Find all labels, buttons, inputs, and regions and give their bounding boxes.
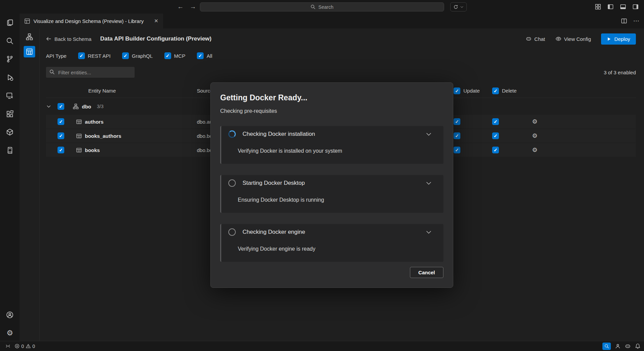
chevron-down-icon[interactable] xyxy=(426,131,432,137)
row-settings-gear-icon[interactable]: ⚙ xyxy=(532,119,537,125)
row-checkbox[interactable] xyxy=(58,118,64,125)
delete-checkbox[interactable] xyxy=(492,132,499,139)
back-to-schema-link[interactable]: Back to Schema xyxy=(46,36,91,42)
package-cube-icon[interactable] xyxy=(6,128,14,136)
step-description: Verifying Docker engine is ready xyxy=(238,246,435,252)
deploy-label: Deploy xyxy=(614,36,630,42)
deploy-button[interactable]: Deploy xyxy=(601,33,636,45)
table-icon xyxy=(76,147,82,153)
copilot-chat-icon xyxy=(526,36,532,42)
extensions-icon[interactable] xyxy=(6,110,14,118)
update-checkbox[interactable] xyxy=(454,147,460,153)
settings-gear-icon[interactable]: ⚙ xyxy=(6,329,13,337)
step-header[interactable]: Checking Docker installation xyxy=(228,130,435,138)
tab-label: Visualize and Design Schema (Preview) - … xyxy=(33,18,144,24)
step-header[interactable]: Checking Docker engine xyxy=(228,228,435,236)
group-count: 3/3 xyxy=(97,104,104,109)
pending-circle-icon xyxy=(228,228,236,236)
chat-button[interactable]: Chat xyxy=(526,36,545,42)
step-header[interactable]: Starting Docker Desktop xyxy=(228,179,435,187)
search-icon xyxy=(310,4,316,9)
search-view-icon[interactable] xyxy=(6,37,14,45)
entity-name: books xyxy=(85,147,100,153)
source-control-icon[interactable] xyxy=(6,55,14,63)
group-expand-chevron-icon[interactable] xyxy=(46,104,51,109)
remote-indicator[interactable] xyxy=(3,344,13,349)
all-label: All xyxy=(207,53,212,59)
split-editor-icon[interactable] xyxy=(621,18,627,24)
back-label: Back to Schema xyxy=(54,36,91,42)
layout-control-dropdown[interactable] xyxy=(450,2,467,11)
all-option: All xyxy=(197,52,212,59)
vscode-window: ← → Search xyxy=(0,0,644,351)
forward-nav-icon[interactable]: → xyxy=(190,3,196,10)
dab-config-tool[interactable] xyxy=(24,46,35,57)
notifications-bell-icon[interactable] xyxy=(635,343,641,349)
filter-entities-box xyxy=(46,67,135,78)
connections-disabled-icon[interactable] xyxy=(6,92,14,99)
tab-visualize-design-schema[interactable]: Visualize and Design Schema (Preview) - … xyxy=(20,14,163,28)
col-entity-name: Entity Name xyxy=(88,88,116,94)
tab-bar: Visualize and Design Schema (Preview) - … xyxy=(20,14,644,28)
search-command-center[interactable]: Search xyxy=(200,2,444,11)
view-config-button[interactable]: View Config xyxy=(555,36,591,42)
mcp-label: MCP xyxy=(174,53,185,59)
remote-icon xyxy=(5,344,10,349)
table-icon xyxy=(76,119,82,125)
step-card-docker-installation: Checking Docker installation Verifying D… xyxy=(220,126,443,164)
problems-indicator[interactable]: 0 0 xyxy=(13,344,37,349)
row-settings-gear-icon[interactable]: ⚙ xyxy=(532,133,537,139)
row-checkbox[interactable] xyxy=(58,147,64,153)
explorer-icon[interactable] xyxy=(6,19,14,26)
cancel-button[interactable]: Cancel xyxy=(410,267,443,278)
step-card-docker-desktop: Starting Docker Desktop Ensuring Docker … xyxy=(220,175,443,213)
mcp-checkbox[interactable] xyxy=(164,52,171,59)
update-all-checkbox[interactable] xyxy=(454,87,460,94)
step-description: Verifying Docker is installed on your sy… xyxy=(238,148,435,154)
more-actions-icon[interactable]: ⋯ xyxy=(633,17,639,25)
delete-checkbox[interactable] xyxy=(492,147,499,153)
update-checkbox[interactable] xyxy=(454,118,460,125)
back-nav-icon[interactable]: ← xyxy=(177,3,184,10)
row-checkbox[interactable] xyxy=(58,132,64,139)
account-icon[interactable] xyxy=(6,311,14,319)
graphql-checkbox[interactable] xyxy=(122,52,129,59)
run-debug-icon[interactable] xyxy=(6,74,14,81)
delete-all-checkbox[interactable] xyxy=(492,87,499,94)
chevron-down-icon[interactable] xyxy=(426,229,432,235)
pending-circle-icon xyxy=(228,179,236,187)
schema-designer-tool[interactable] xyxy=(24,31,35,43)
chat-label: Chat xyxy=(534,36,545,42)
copilot-status-icon[interactable] xyxy=(625,343,631,349)
tab-close-icon[interactable]: ✕ xyxy=(154,18,158,24)
sync-icon xyxy=(453,4,458,9)
view-config-label: View Config xyxy=(564,36,591,42)
group-checkbox[interactable] xyxy=(58,103,64,110)
row-settings-gear-icon[interactable]: ⚙ xyxy=(532,147,537,153)
accounts-status-icon[interactable] xyxy=(615,343,621,349)
zoom-indicator[interactable] xyxy=(602,343,611,350)
update-checkbox[interactable] xyxy=(454,132,460,139)
toggle-sidebar-left-icon[interactable] xyxy=(607,4,614,10)
schema-designer-icon xyxy=(26,33,33,41)
all-checkbox[interactable] xyxy=(197,52,204,59)
delete-checkbox[interactable] xyxy=(492,118,499,125)
rest-api-option: REST API xyxy=(78,52,111,59)
entity-name: books_authors xyxy=(85,133,121,139)
mcp-option: MCP xyxy=(164,52,185,59)
entity-name: authors xyxy=(85,119,104,125)
tab-icon xyxy=(24,18,30,24)
eye-icon xyxy=(555,36,561,42)
toggle-sidebar-right-icon[interactable] xyxy=(632,4,639,10)
title-bar: ← → Search xyxy=(0,0,644,14)
database-projects-icon[interactable] xyxy=(6,147,14,154)
rest-api-checkbox[interactable] xyxy=(78,52,85,59)
loading-spinner-icon xyxy=(228,130,236,138)
step-label: Checking Docker engine xyxy=(243,229,305,235)
chevron-down-icon[interactable] xyxy=(426,180,432,186)
dialog-title: Getting Docker Ready... xyxy=(220,93,443,102)
toggle-panel-icon[interactable] xyxy=(620,4,626,10)
filter-entities-input[interactable] xyxy=(46,67,135,78)
customize-layout-icon[interactable] xyxy=(595,4,601,10)
enabled-summary: 3 of 3 enabled xyxy=(604,70,636,75)
